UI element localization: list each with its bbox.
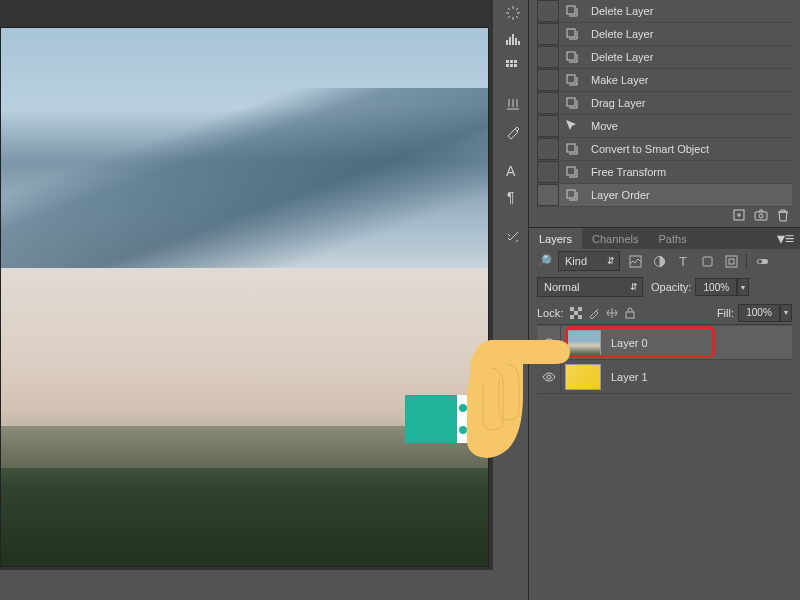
tool-brushes-icon[interactable] — [498, 92, 528, 118]
tool-paragraph-icon[interactable]: ¶ — [498, 184, 528, 210]
history-item[interactable]: Delete Layer — [537, 0, 792, 23]
panel-menu-icon[interactable]: ▾≡ — [777, 229, 800, 248]
filter-shape-icon[interactable] — [698, 252, 716, 270]
svg-rect-2 — [514, 60, 517, 63]
history-item[interactable]: Free Transform — [537, 161, 792, 184]
filter-adjustment-icon[interactable] — [650, 252, 668, 270]
layer-thumbnail[interactable] — [565, 364, 601, 390]
svg-rect-21 — [703, 257, 712, 266]
lock-position-icon[interactable] — [603, 304, 621, 322]
history-label: Delete Layer — [585, 28, 653, 40]
svg-rect-9 — [567, 29, 575, 37]
layer-icon — [559, 92, 585, 114]
history-label: Drag Layer — [585, 97, 645, 109]
tool-properties-icon[interactable] — [498, 224, 528, 250]
filter-kind-select[interactable]: Kind — [558, 251, 620, 271]
history-label: Delete Layer — [585, 51, 653, 63]
fill-value[interactable]: 100% — [738, 304, 780, 322]
layer-name[interactable]: Layer 1 — [605, 371, 648, 383]
tool-character-icon[interactable]: A — [498, 158, 528, 184]
history-item[interactable]: Delete Layer — [537, 46, 792, 69]
history-item[interactable]: Move — [537, 115, 792, 138]
layer-icon — [559, 0, 585, 22]
history-item[interactable]: Layer Order — [537, 184, 792, 207]
layer-icon — [559, 138, 585, 160]
move-icon — [559, 115, 585, 137]
layer-icon — [559, 69, 585, 91]
svg-rect-22 — [726, 256, 737, 267]
fill-label: Fill: — [717, 307, 734, 319]
history-item[interactable]: Delete Layer — [537, 23, 792, 46]
layer-name[interactable]: Layer 0 — [605, 337, 648, 349]
svg-rect-23 — [729, 259, 734, 264]
history-item[interactable]: Convert to Smart Object — [537, 138, 792, 161]
svg-point-33 — [547, 375, 551, 379]
svg-rect-13 — [567, 144, 575, 152]
history-item[interactable]: Drag Layer — [537, 92, 792, 115]
history-label: Layer Order — [585, 189, 650, 201]
blend-mode-select[interactable]: Normal — [537, 277, 643, 297]
svg-rect-0 — [506, 60, 509, 63]
camera-icon[interactable] — [754, 208, 768, 226]
lock-brush-icon[interactable] — [585, 304, 603, 322]
filter-pixel-icon[interactable] — [626, 252, 644, 270]
svg-rect-30 — [578, 315, 582, 319]
svg-rect-17 — [755, 212, 767, 220]
canvas-image[interactable] — [0, 27, 489, 567]
history-label: Move — [585, 120, 618, 132]
opacity-dropdown-icon[interactable]: ▾ — [737, 278, 749, 296]
layer-list: Layer 0 Layer 1 — [537, 326, 792, 394]
lock-bar: Lock: Fill: 100% ▾ — [537, 301, 792, 325]
canvas-area — [0, 0, 493, 570]
trash-icon[interactable] — [776, 208, 790, 226]
filter-smart-icon[interactable] — [722, 252, 740, 270]
svg-rect-8 — [567, 6, 575, 14]
svg-text:¶: ¶ — [507, 189, 515, 205]
history-list: Delete Layer Delete Layer Delete Layer M… — [537, 0, 792, 207]
layer-icon — [559, 46, 585, 68]
lock-label: Lock: — [537, 307, 563, 319]
history-item[interactable]: Make Layer — [537, 69, 792, 92]
tab-channels[interactable]: Channels — [582, 228, 648, 249]
svg-rect-5 — [514, 64, 517, 67]
svg-rect-29 — [570, 315, 574, 319]
history-label: Delete Layer — [585, 5, 653, 17]
layer-row[interactable]: Layer 1 — [537, 360, 792, 394]
tab-layers[interactable]: Layers — [529, 228, 582, 249]
new-document-icon[interactable] — [732, 208, 746, 226]
search-icon: 🔎 — [537, 254, 552, 268]
visibility-toggle[interactable] — [537, 326, 561, 359]
blend-bar: Normal Opacity: 100% ▾ — [537, 275, 792, 299]
opacity-label: Opacity: — [651, 281, 691, 293]
history-label: Make Layer — [585, 74, 648, 86]
svg-rect-10 — [567, 52, 575, 60]
filter-toggle-icon[interactable] — [753, 252, 771, 270]
svg-rect-31 — [626, 312, 634, 318]
lock-all-icon[interactable] — [621, 304, 639, 322]
svg-rect-3 — [506, 64, 509, 67]
svg-rect-1 — [510, 60, 513, 63]
panel-tabs: Layers Channels Paths ▾≡ — [529, 227, 800, 249]
layer-row[interactable]: Layer 0 — [537, 326, 792, 360]
layer-thumbnail[interactable] — [565, 330, 601, 356]
layer-icon — [559, 161, 585, 183]
history-footer — [710, 207, 790, 227]
svg-rect-11 — [567, 75, 575, 83]
svg-rect-28 — [578, 307, 582, 311]
svg-point-18 — [759, 214, 763, 218]
filter-type-icon[interactable]: T — [674, 252, 692, 270]
svg-rect-15 — [567, 190, 575, 198]
svg-rect-4 — [510, 64, 513, 67]
tool-swatches-icon[interactable] — [498, 52, 528, 78]
tool-burst-icon[interactable] — [498, 0, 528, 26]
tab-paths[interactable]: Paths — [649, 228, 697, 249]
history-label: Free Transform — [585, 166, 666, 178]
svg-rect-14 — [567, 167, 575, 175]
lock-transparency-icon[interactable] — [567, 304, 585, 322]
tool-histogram-icon[interactable] — [498, 26, 528, 52]
opacity-value[interactable]: 100% — [695, 278, 737, 296]
svg-point-32 — [547, 341, 551, 345]
visibility-toggle[interactable] — [537, 360, 561, 393]
fill-dropdown-icon[interactable]: ▾ — [780, 304, 792, 322]
tool-brush-settings-icon[interactable] — [498, 118, 528, 144]
